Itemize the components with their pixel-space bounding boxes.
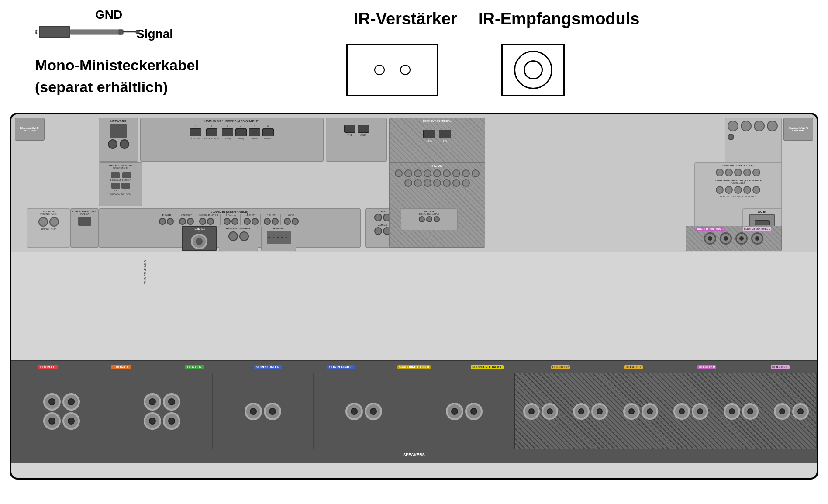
speaker-section: FRONT R FRONT L CENTER SURROUND R SURROU… [11,360,817,463]
ir-circle-inner [524,60,543,79]
digital-audio-section: DIGITAL AUDIO IN (ASSIGNABLE) 1 CBL/SAT … [99,162,142,206]
receiver-top-area: Bluetooth/Wi-Fi ANTENNA NETWORK HDMI IN … [11,114,817,252]
svg-rect-6 [39,26,70,38]
ir-circle-outer [514,51,552,89]
foot-right [687,478,752,480]
flasher-section: FLASHER IN [182,226,217,251]
svg-point-9 [136,30,139,34]
receiver-panel: Bluetooth/Wi-Fi ANTENNA NETWORK HDMI IN … [10,113,818,480]
foot-left [76,478,141,480]
bt-antenna-right: Bluetooth/Wi-Fi ANTENNA [783,118,813,141]
bt-antenna-left: Bluetooth/Wi-Fi ANTENNA [15,118,45,141]
svg-rect-7 [70,30,122,34]
pre-out-section: PRE OUT [389,162,485,248]
dc-out-section: DC OUT DC12V 100mA MAX. [401,208,458,230]
hdmi-mid-section: TX1 AUX [326,118,387,162]
usb-section: USB POWER ONLY 5V/1.5A [70,208,99,248]
ir-box-left [346,44,438,96]
ir-dot-right [400,65,411,75]
main-container: GND Signal Mono-Ministeckerkabel (separa… [0,0,828,504]
hdmi-in-section: HDMI IN 8K / HDCP2.3 (ASSIGNABLE) 1 CBL/… [140,118,324,162]
cable-label-2: (separat erhältlich) [35,79,168,96]
phono-section: AUDIO IN PHONO (MM) SIGNAL GND [27,208,70,248]
speakers-label: SPEAKERS [11,452,817,457]
cable-label-1: Mono-Ministeckerkabel [35,57,199,74]
height3-section: HEIGHT3/FRONT WIDE R HEIGHT3/FRONT WIDE … [686,226,782,251]
network-section: NETWORK [99,118,138,162]
svg-rect-10 [119,30,123,34]
tuner-audio-text: TUNER AUdIO [143,238,147,306]
rs232c-section: RS-232C [261,226,296,251]
gnd-label: GND [95,8,122,22]
ir-dot-left [374,65,385,75]
cable-illustration [35,21,140,43]
ir-verstarker-label: IR-Verstärker [354,10,457,28]
signal-label: Signal [136,27,173,41]
ir-box-right [501,44,565,96]
remote-control-section: REMOTE CONTROL [219,226,258,251]
ir-empfangs-label: IR-Empfangsmoduls [478,10,639,28]
